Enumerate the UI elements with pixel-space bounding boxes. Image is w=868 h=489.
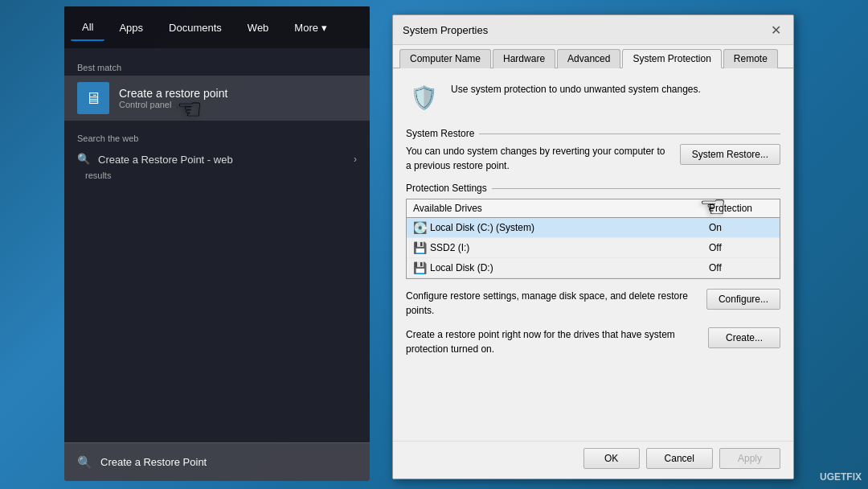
cancel-button[interactable]: Cancel (646, 448, 713, 469)
dialog-content: 🛡️ Use system protection to undo unwante… (393, 68, 793, 441)
system-properties-dialog: System Properties ✕ Computer Name Hardwa… (392, 14, 794, 479)
ok-button[interactable]: OK (583, 448, 640, 469)
nav-item-apps[interactable]: Apps (108, 15, 154, 40)
search-web-left: 🔍 Create a Restore Point - web (77, 153, 233, 166)
drive-name-d: 💾 Local Disk (D:) (413, 261, 702, 274)
protection-status-i: Off (709, 242, 773, 253)
best-match-name: Create a restore point (119, 87, 227, 100)
start-menu: All Apps Documents Web More ▾ Best match… (64, 6, 370, 481)
col-available-drives: Available Drives (413, 203, 709, 214)
protection-table: Available Drives Protection 💽 Local Disk… (406, 199, 780, 279)
info-text: Use system protection to undo unwanted s… (451, 80, 701, 97)
protection-settings-title: Protection Settings (406, 183, 487, 194)
best-match-info: Create a restore point Control panel (119, 87, 227, 109)
search-web-item[interactable]: 🔍 Create a Restore Point - web › (64, 148, 370, 171)
chevron-right-icon: › (354, 154, 357, 165)
system-protection-icon: 🛡️ (406, 80, 441, 115)
table-row[interactable]: 💾 Local Disk (D:) Off (407, 258, 780, 278)
start-content: Best match 🖥 Create a restore point Cont… (64, 48, 370, 442)
dialog-titlebar: System Properties ✕ (393, 15, 793, 45)
tabs-bar: Computer Name Hardware Advanced System P… (393, 45, 793, 68)
search-web-text: Create a Restore Point - web (98, 154, 233, 166)
system-restore-title: System Restore (406, 128, 474, 139)
search-web-label: Search the web (64, 121, 370, 148)
configure-button[interactable]: Configure... (706, 289, 780, 310)
tab-computer-name[interactable]: Computer Name (399, 49, 491, 68)
table-row[interactable]: 💾 SSD2 (I:) Off (407, 238, 780, 258)
configure-row: Configure restore settings, manage disk … (406, 289, 780, 318)
info-row: 🛡️ Use system protection to undo unwante… (406, 80, 780, 115)
drive-name-c: 💽 Local Disk (C:) (System) (413, 221, 702, 234)
dialog-title: System Properties (403, 24, 488, 36)
tab-remote[interactable]: Remote (723, 49, 778, 68)
search-bar: 🔍 (64, 442, 370, 481)
system-restore-title-line: System Restore (406, 128, 780, 139)
close-button[interactable]: ✕ (768, 22, 784, 38)
system-restore-button[interactable]: System Restore... (680, 144, 780, 165)
search-input[interactable] (100, 456, 357, 468)
system-restore-text: You can undo system changes by reverting… (406, 144, 670, 173)
protection-settings-divider (492, 188, 780, 189)
restore-point-icon: 🖥 (77, 82, 109, 114)
nav-item-web[interactable]: Web (236, 15, 280, 40)
create-text: Create a restore point right now for the… (406, 327, 698, 356)
search-web-sub: results (64, 171, 370, 180)
col-protection: Protection (709, 203, 773, 214)
system-restore-divider (479, 134, 780, 134)
nav-item-all[interactable]: All (71, 14, 104, 41)
best-match-item[interactable]: 🖥 Create a restore point Control panel (64, 76, 370, 121)
search-web-icon: 🔍 (77, 153, 90, 166)
protection-settings-section: Protection Settings Available Drives Pro… (406, 183, 780, 356)
search-bar-icon: 🔍 (77, 455, 92, 470)
apply-button[interactable]: Apply (719, 448, 780, 469)
drive-icon-c: 💽 (413, 221, 427, 234)
protection-settings-title-line: Protection Settings (406, 183, 780, 194)
dialog-footer: OK Cancel Apply (393, 441, 793, 479)
protection-table-header: Available Drives Protection (407, 199, 780, 218)
best-match-label: Best match (64, 58, 370, 76)
protection-status-c: On (709, 222, 773, 233)
table-row[interactable]: 💽 Local Disk (C:) (System) On (407, 218, 780, 238)
system-restore-row: You can undo system changes by reverting… (406, 144, 780, 173)
tab-advanced[interactable]: Advanced (557, 49, 620, 68)
create-button[interactable]: Create... (708, 327, 780, 348)
nav-item-documents[interactable]: Documents (158, 15, 233, 40)
tab-system-protection[interactable]: System Protection (622, 49, 721, 68)
start-nav: All Apps Documents Web More ▾ (64, 6, 370, 48)
configure-text: Configure restore settings, manage disk … (406, 289, 697, 318)
watermark: UGETFIX (820, 471, 862, 483)
drive-icon-d: 💾 (413, 261, 427, 274)
tab-hardware[interactable]: Hardware (493, 49, 555, 68)
system-restore-section: System Restore You can undo system chang… (406, 128, 780, 173)
drive-name-i: 💾 SSD2 (I:) (413, 241, 702, 254)
best-match-sub: Control panel (119, 100, 227, 109)
drive-icon-i: 💾 (413, 241, 427, 254)
create-row: Create a restore point right now for the… (406, 327, 780, 356)
nav-item-more[interactable]: More ▾ (283, 15, 338, 40)
protection-status-d: Off (709, 262, 773, 273)
